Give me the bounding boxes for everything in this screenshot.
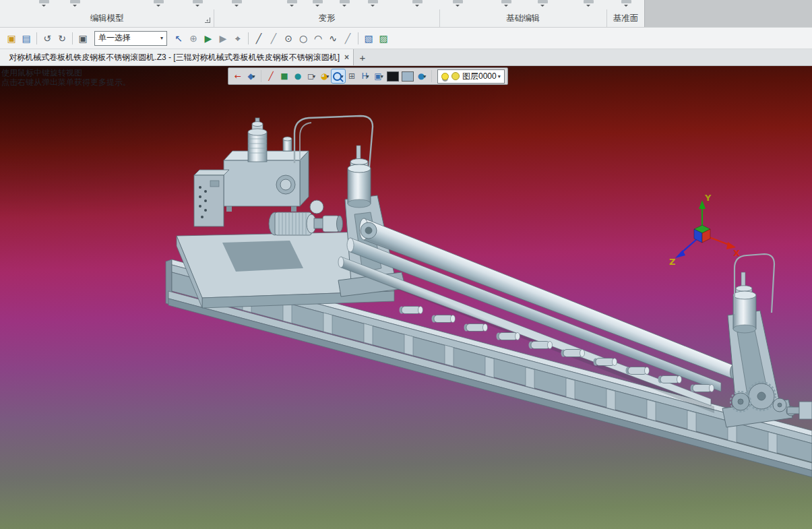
triad-x-label: X [733,248,740,258]
ribbon-partial-button[interactable] [150,0,167,9]
section-view-icon[interactable]: ◕▾ [318,69,332,83]
import-file-icon: ▤ [22,34,30,43]
shaded-display-icon[interactable]: ■ [278,69,291,83]
undo-icon: ↺ [43,34,51,43]
ribbon-partial-button[interactable] [189,0,206,9]
exit-environment-icon: ← [235,72,241,80]
control-panel[interactable] [194,170,229,226]
ribbon-partial-button[interactable] [449,0,466,9]
prompt-hint-line2: 点击右键从弹出菜单获得更多提示。 [1,77,131,87]
datum-display-icon[interactable]: H▾ [358,69,372,83]
ribbon-partial-button[interactable] [228,0,245,9]
import-file-icon[interactable]: ▤ [19,31,34,46]
dropdown-arrow-icon[interactable]: ▾ [253,73,255,80]
dropdown-arrow-icon[interactable]: ▾ [313,73,315,80]
layer-sheet-icon[interactable]: ▧ [361,31,376,46]
ribbon-group-edit-model: 编辑模型 [0,9,214,27]
shaded-display-icon: ■ [280,72,288,80]
pick-filter-icon[interactable]: ⊕ [186,31,201,46]
replay-icon[interactable]: ▶ [216,31,230,46]
quick-toolbar: ▣▤↺↻▣ 单一选择 ▾ ↖⊕▶▶⌖╱╱⊙○◠∿╱▧▨ [0,28,812,49]
selection-mode-combobox[interactable]: 单一选择 ▾ [94,31,167,46]
ribbon-partial-button[interactable] [617,0,635,9]
sketch-mode-icon: ╱ [268,72,273,80]
ribbon: 编辑模型 变形 基础编辑 基准面 [0,0,812,28]
view-orientation-icon[interactable]: ◆▾ [245,69,258,83]
dropdown-arrow-icon[interactable]: ▾ [367,73,369,80]
ribbon-group-label: 基准面 [613,13,639,24]
toolbar-separator [248,32,249,44]
dropdown-arrow-icon[interactable]: ▾ [381,73,383,80]
spline-icon[interactable]: ∿ [325,31,340,46]
slash-icon[interactable]: ╱ [340,31,355,46]
new-tab-button[interactable]: + [354,49,371,65]
toolbar-separator [72,32,73,44]
open-file-icon[interactable]: ▣ [4,31,19,46]
zoom-icon[interactable]: ▾ [332,69,345,83]
ribbon-group-label: 编辑模型 [90,13,124,24]
ribbon-partial-button[interactable] [580,0,597,9]
document-tab[interactable]: 对称机械式卷板机铁皮钢板不锈钢滚圆机.Z3 - [三辊对称机械式卷板机铁皮钢板不… [0,49,354,65]
selection-box-icon[interactable]: ▣ [75,31,90,46]
ribbon-partial-button[interactable] [534,0,551,9]
background-blue-swatch[interactable] [402,71,414,82]
chevron-down-icon: ▾ [160,35,163,41]
ribbon-partial-button[interactable] [283,0,301,9]
zoom-window-icon[interactable]: ⊞ [345,69,358,83]
toolbar-separator [261,70,261,82]
polyline-icon[interactable]: ╱ [266,31,281,46]
display-settings-icon[interactable]: ▣▾ [372,69,385,83]
arc-icon[interactable]: ◠ [311,31,325,46]
redo-icon: ↻ [58,34,66,43]
ribbon-partial-button[interactable] [497,0,515,9]
arc-icon: ◠ [314,34,322,43]
render-mode-icon[interactable]: ●▾ [415,69,429,83]
ribbon-partial-button[interactable] [408,0,426,9]
dropdown-arrow-icon[interactable]: ▾ [423,73,426,80]
wireframe-display-icon[interactable]: ◻▾ [305,69,318,83]
lightbulb-icon[interactable] [441,73,449,80]
ribbon-partial-button[interactable] [66,0,84,9]
ribbon-group-deform: 变形 [214,9,439,27]
ribbon-partial-button[interactable] [364,0,381,9]
layer-sheet2-icon[interactable]: ▨ [376,31,391,46]
dialog-launcher-icon[interactable] [205,18,210,23]
undo-icon[interactable]: ↺ [40,31,55,46]
sphere-display-icon[interactable]: ● [291,69,305,83]
pick-arrow-icon[interactable]: ↖ [171,31,186,46]
triad-y-label: Y [704,193,712,203]
model-3d-render[interactable]: Y X Z [0,66,812,529]
ribbon-group-basic-edit: 基础编辑 [440,9,607,27]
ribbon-partial-button[interactable] [35,0,53,9]
sketch-mode-icon[interactable]: ╱ [264,69,278,83]
ribbon-group-datum-plane: 基准面 [607,9,645,27]
ribbon-group-label: 变形 [318,13,335,24]
background-black-swatch[interactable] [387,71,399,82]
tab-close-icon[interactable]: × [344,53,349,62]
spline-icon: ∿ [329,34,337,43]
zoom-icon [333,72,342,81]
quick-toolbar-left-icons: ▣▤↺↻▣ [4,31,90,46]
redo-icon[interactable]: ↻ [55,31,69,46]
toolbar-separator [431,70,432,82]
viewport-floating-toolbar: ←◆▾╱■●◻▾◕▾▾⊞H▾▣▾●▾ 图层0000 ▾ [228,67,508,85]
toolbar-separator [358,32,358,44]
coordinate-triad[interactable]: Y X Z [669,193,740,267]
viewport-toolbar-icons: ←◆▾╱■●◻▾◕▾▾⊞H▾▣▾●▾ [231,69,435,83]
ribbon-empty-area [644,0,812,27]
circle-center-icon[interactable]: ⊙ [281,31,296,46]
ribbon-partial-button[interactable] [336,0,353,9]
viewport-3d[interactable]: 使用鼠标中键旋转视图 点击右键从弹出菜单获得更多提示。 ←◆▾╱■●◻▾◕▾▾⊞… [0,66,812,529]
ribbon-partial-button[interactable] [309,0,326,9]
play-icon[interactable]: ▶ [201,31,216,46]
line-icon[interactable]: ╱ [251,31,266,46]
open-file-icon: ▣ [7,34,15,43]
circle-icon: ○ [299,34,307,43]
layer-sheet2-icon: ▨ [379,34,387,43]
circle-icon[interactable]: ○ [296,31,311,46]
dropdown-arrow-icon[interactable]: ▾ [326,73,329,80]
exit-environment-icon[interactable]: ← [231,69,245,83]
layer-combobox[interactable]: 图层0000 ▾ [437,69,505,84]
point-snap-icon[interactable]: ⌖ [230,31,245,46]
ribbon-group-labels: 编辑模型 变形 基础编辑 基准面 [0,9,645,27]
